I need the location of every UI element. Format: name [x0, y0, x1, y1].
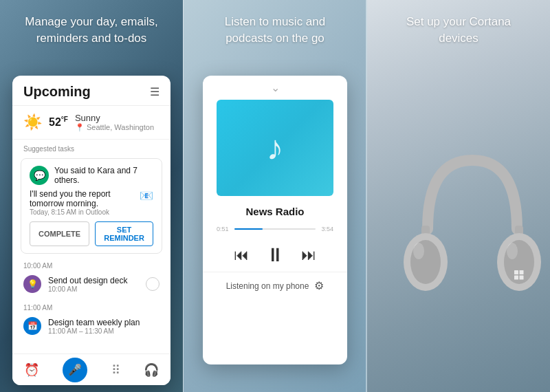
task-icon-lightbulb: 💡 [23, 275, 41, 293]
headset-icon[interactable]: 🎧 [144, 362, 159, 378]
task-item-weekly-plan: 📅 Design team weekly plan 11:00 AM – 11:… [23, 314, 160, 338]
panel-2-header: Listen to music andpodcasts on the go [184, 14, 366, 47]
svg-rect-11 [520, 275, 524, 279]
next-button[interactable]: ⏭ [301, 246, 316, 264]
panel-3-header: Set up your Cortanadevices [367, 14, 550, 47]
task-time: Today, 8:15 AM in Outlook [30, 208, 134, 216]
task-sub-time-2: 11:00 AM – 11:30 AM [48, 327, 160, 335]
task-item-design-deck: 💡 Send out design deck 10:00 AM [23, 272, 160, 296]
task-report-row: I'll send you the reporttomorrow morning… [30, 189, 153, 216]
task-icon-calendar: 📅 [23, 317, 41, 335]
svg-point-3 [413, 243, 424, 259]
task-checkbox[interactable] [146, 277, 160, 291]
task-person-row: 💬 You said to Kara and 7 others. [30, 166, 153, 185]
settings-icon[interactable]: ⚙ [314, 279, 324, 292]
headphone-svg [390, 140, 550, 318]
weather-row: ☀️ 52°F Sunny 📍 Seattle, Washington [12, 106, 170, 140]
prev-button[interactable]: ⏮ [234, 246, 249, 264]
hamburger-icon[interactable]: ☰ [150, 85, 160, 98]
task-sub-time: 10:00 AM [48, 285, 139, 293]
suggested-label: Suggested tasks [12, 140, 170, 155]
progress-start: 0:51 [217, 226, 229, 232]
chevron-down-icon[interactable]: ⌄ [203, 76, 347, 97]
weather-temperature: 52°F [49, 116, 68, 129]
svg-rect-9 [520, 270, 524, 274]
panel-1-header: Manage your day, emails,reminders and to… [0, 14, 183, 47]
home-icon[interactable]: ⏰ [24, 362, 39, 378]
divider-1 [183, 0, 184, 392]
task-card: 💬 You said to Kara and 7 others. I'll se… [21, 158, 162, 254]
music-note-icon: ♪ [267, 128, 284, 168]
set-reminder-button[interactable]: SET REMINDER [95, 221, 153, 246]
svg-point-7 [507, 243, 518, 259]
divider-2 [366, 0, 366, 392]
task-info-2: Design team weekly plan 11:00 AM – 11:30… [48, 318, 160, 335]
weather-condition: Sunny [75, 113, 154, 123]
task-buttons: COMPLETE SET REMINDER [30, 221, 153, 246]
card-title: Upcoming [23, 84, 91, 100]
phone-card: Upcoming ☰ ☀️ 52°F Sunny 📍 Seattle, Wash… [12, 76, 170, 385]
time-label-10am: 10:00 AM [23, 262, 160, 270]
task-name-design: Send out design deck [48, 276, 139, 285]
weather-sun-icon: ☀️ [23, 113, 42, 131]
svg-rect-10 [514, 275, 518, 279]
weather-info: Sunny 📍 Seattle, Washington [75, 113, 154, 132]
music-footer: Listening on my phone ⚙ [203, 272, 347, 298]
weather-location: 📍 Seattle, Washington [75, 123, 154, 132]
progress-bar-container: 0:51 3:54 [203, 220, 347, 238]
time-label-11am: 11:00 AM [23, 304, 160, 312]
time-section-11am: 11:00 AM 📅 Design team weekly plan 11:00… [12, 298, 170, 340]
task-info: Send out design deck 10:00 AM [48, 276, 139, 293]
pause-button[interactable]: ⏸ [265, 243, 285, 266]
listening-label: Listening on my phone [226, 281, 309, 291]
card-header: Upcoming ☰ [12, 76, 170, 106]
time-section-10am: 10:00 AM 💡 Send out design deck 10:00 AM [12, 257, 170, 298]
panel-music: Listen to music andpodcasts on the go ⌄ … [183, 0, 367, 392]
headphone-display [374, 65, 550, 392]
task-report-text: I'll send you the reporttomorrow morning… [30, 189, 134, 208]
panel-manage: Manage your day, emails,reminders and to… [0, 0, 183, 392]
task-person-text: You said to Kara and 7 others. [54, 166, 153, 185]
song-title: News Radio [203, 203, 347, 220]
music-card: ⌄ ♪ News Radio 0:51 3:54 ⏮ ⏸ ⏭ Listening… [203, 76, 347, 364]
complete-button[interactable]: COMPLETE [30, 221, 89, 246]
task-name-weekly: Design team weekly plan [48, 318, 160, 327]
bottom-nav: ⏰ 🎤 ⠿ 🎧 [12, 353, 170, 385]
grid-icon[interactable]: ⠿ [111, 362, 120, 378]
panel-cortana: Set up your Cortanadevices [367, 0, 550, 392]
outlook-icon: 📧 [140, 189, 153, 202]
mic-button[interactable]: 🎤 [63, 358, 87, 382]
album-art: ♪ [217, 100, 333, 196]
progress-end: 3:54 [321, 226, 333, 232]
task-person-icon: 💬 [30, 166, 49, 185]
music-controls: ⏮ ⏸ ⏭ [203, 238, 347, 272]
svg-rect-8 [514, 270, 518, 274]
progress-fill [234, 228, 263, 230]
progress-track[interactable] [234, 228, 316, 230]
